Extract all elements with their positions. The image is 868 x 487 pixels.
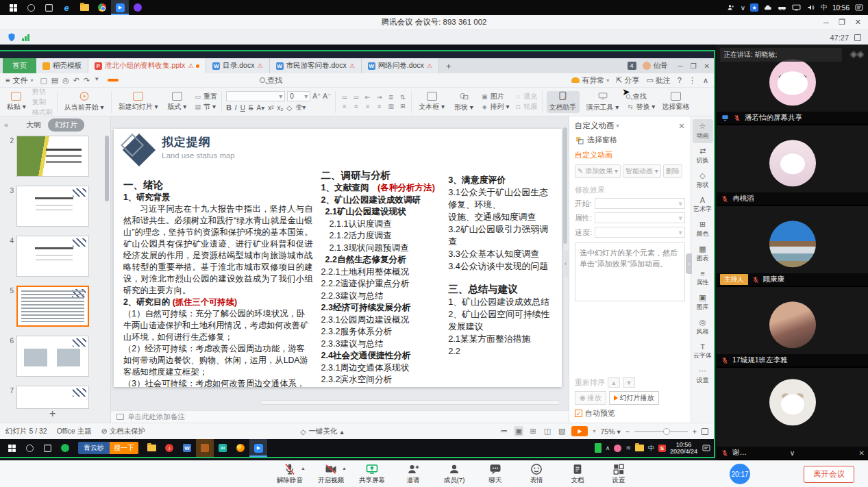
print-icon[interactable]: ▤ <box>51 76 58 85</box>
text-direction-button[interactable]: ⇅ <box>398 94 407 101</box>
italic-button[interactable]: I <box>235 104 237 112</box>
indent-decrease-button[interactable]: ⇤ <box>363 94 372 101</box>
slide-thumbnail[interactable]: 7 <box>4 386 110 409</box>
side-panel-tab[interactable]: ◎ 风格 <box>693 315 713 339</box>
slide-thumbnail[interactable]: 3 <box>4 186 110 227</box>
property-select[interactable]: ▾ <box>595 212 685 223</box>
ribbon-menu-tab[interactable] <box>182 79 193 82</box>
new-tab-button[interactable]: + <box>439 58 458 73</box>
speed-select[interactable]: ▾ <box>595 227 685 238</box>
bold-button[interactable]: B <box>226 103 232 112</box>
clock[interactable]: 10:56 <box>832 4 850 12</box>
font-size-combo[interactable]: 0▾ <box>287 91 310 101</box>
section-button[interactable]: ▤节 ▾ <box>193 102 217 112</box>
tab-outline[interactable]: 大纲 <box>26 120 41 130</box>
subscript-button[interactable]: x₂ <box>277 104 284 112</box>
taskbar-button[interactable] <box>249 439 267 457</box>
copy-button[interactable]: 复制 <box>32 97 53 107</box>
wps-minimize-button[interactable]: ─ <box>678 62 683 70</box>
ime-indicator[interactable]: 中 <box>821 3 828 12</box>
zoom-out-button[interactable]: − <box>625 427 630 436</box>
more-icon[interactable]: ⋮ <box>689 76 696 85</box>
floating-clock-badge[interactable]: 20:17 <box>730 464 750 484</box>
slide-thumbnail[interactable]: 5 <box>4 286 110 327</box>
ribbon-menu-tab[interactable] <box>243 79 254 82</box>
sync-status-button[interactable]: 有异常▾ <box>571 75 609 86</box>
clear-format-button[interactable]: ◇ <box>286 104 292 112</box>
ribbon-menu-tab[interactable] <box>219 79 230 82</box>
zoom-knob[interactable] <box>663 428 670 435</box>
outline-button[interactable]: □轮廓 <box>514 102 538 112</box>
comment-button[interactable]: ▭批注 <box>646 75 670 86</box>
folder-tray-icon[interactable] <box>635 445 644 451</box>
doc-helper-button[interactable]: 文档助手 <box>547 91 580 113</box>
shape-button[interactable]: 形状 ▾ <box>451 91 476 113</box>
paw-icon[interactable] <box>614 445 621 452</box>
ribbon-menu-tab[interactable] <box>120 79 131 82</box>
sogou-icon[interactable] <box>658 445 666 452</box>
meeting-control-button[interactable]: ▲ 聊天 <box>478 463 512 485</box>
arrange-button[interactable]: ◈排列 ▾ <box>480 102 510 112</box>
document-tab[interactable]: 目录.docx ⚠ <box>206 58 269 73</box>
slide-thumbnail[interactable]: 2 <box>4 136 110 177</box>
present-tools-button[interactable]: 演示工具 ▾ <box>584 91 622 113</box>
meeting-control-button[interactable]: ▲ 设置 <box>602 463 636 485</box>
side-panel-tab[interactable]: ⇄ 切换 <box>693 144 713 168</box>
textbox-button[interactable]: 文本框 ▾ <box>416 91 447 112</box>
taskbar-button[interactable] <box>56 439 74 457</box>
ribbon-menu-tab[interactable] <box>231 79 242 82</box>
meeting-control-button[interactable]: ▲ 邀请 <box>396 463 430 485</box>
save-icon[interactable]: ▢ <box>40 76 47 85</box>
side-panel-tab[interactable]: T 云字体 <box>693 340 713 363</box>
columns-button[interactable]: ▥ <box>386 103 395 110</box>
document-tab[interactable]: 首页 ⚠ <box>3 58 36 73</box>
side-panel-tab[interactable]: A 艺术字 <box>693 193 713 216</box>
close-icon[interactable]: ✕ <box>859 449 865 457</box>
indent-increase-button[interactable]: ⇥ <box>375 94 384 101</box>
account-chip[interactable]: 仙骨 <box>643 61 668 71</box>
justify-button[interactable]: ≡ <box>375 103 384 110</box>
superscript-button[interactable]: x² <box>268 104 273 112</box>
bullets-button[interactable]: ≔ <box>340 94 349 101</box>
slide-thumbnail[interactable]: 4 <box>4 236 110 277</box>
side-panel-tab[interactable]: ▦ 图表 <box>693 242 713 266</box>
numbering-button[interactable]: ≕ <box>351 94 360 101</box>
taskbar-button[interactable] <box>178 439 196 457</box>
taskbar-button[interactable] <box>232 439 249 457</box>
tab-slides[interactable]: 幻灯片 <box>48 118 84 132</box>
participant-tile[interactable]: ◆◆ 冉桃滔 ✕ <box>717 125 868 206</box>
auto-preview-checkbox[interactable]: ✓ 自动预览 <box>575 408 685 419</box>
file-menu[interactable]: ≡文件▾ <box>5 75 38 86</box>
taskbar-button[interactable] <box>75 0 93 15</box>
action-center-icon[interactable] <box>702 443 711 453</box>
collapse-panel-icon[interactable]: « <box>4 121 8 129</box>
slide[interactable]: 拟定提纲 Land use status map 一、绪论1、研究背景习近平同志… <box>114 129 562 387</box>
taskbar-button[interactable] <box>21 439 38 457</box>
flag-icon[interactable]: ▼ <box>94 76 99 85</box>
smart-animation-button[interactable]: 智能动画 ▾ <box>623 164 661 178</box>
side-panel-tab[interactable]: ☆ 动画 <box>693 119 713 143</box>
star-app-icon[interactable]: ★ <box>750 3 758 12</box>
zoom-in-button[interactable]: + <box>693 427 697 436</box>
beautify-button[interactable]: ◇一键美化 ▴ <box>300 427 343 436</box>
add-slide-button[interactable]: + <box>49 408 55 420</box>
custom-animation-link[interactable]: 自定义动画 <box>575 150 685 160</box>
wps-close-button[interactable]: ✕ <box>704 62 710 70</box>
align-center-button[interactable]: ≡ <box>351 103 360 110</box>
delete-button[interactable]: 删除 <box>663 164 682 178</box>
meeting-control-button[interactable]: ▲ 成员(7) <box>437 463 471 485</box>
slideshow-play-button[interactable]: 幻灯片播放 <box>609 391 659 405</box>
align-objects-button[interactable]: ⊞ <box>398 103 407 110</box>
taskbar-button[interactable] <box>142 439 160 457</box>
participant-tile[interactable]: 正在讲话: 胡晓敏; ◆◆ 潘若怡的屏幕共享 ✕ <box>717 45 868 125</box>
taskbar-button[interactable] <box>40 0 58 15</box>
view-reading-icon[interactable]: ◫ <box>543 426 552 436</box>
rail-expand-handle[interactable]: › <box>686 253 692 274</box>
picture-button[interactable]: ▣图片 <box>480 92 510 101</box>
share-button[interactable]: ⇱分享 <box>616 75 639 86</box>
taskbar-button[interactable] <box>93 0 111 15</box>
theme-name[interactable]: Office 主题 <box>57 427 92 436</box>
wps-maximize-button[interactable]: ❐ <box>691 62 697 70</box>
play-from-current-button[interactable]: 从当前开始 ▾ <box>62 91 107 113</box>
search-go-button[interactable]: 搜一下 <box>110 442 138 454</box>
